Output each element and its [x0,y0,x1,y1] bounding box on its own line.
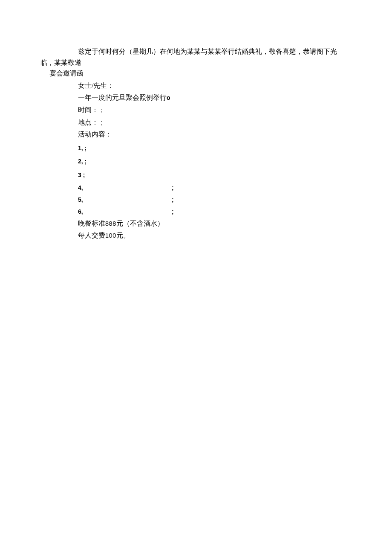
activity-label: 活动内容： [40,129,352,140]
place-line: 地点：； [40,117,352,128]
intro-line: 一年一度的元旦聚会照例举行o [40,92,352,103]
fee-line: 每人交费100元。 [40,230,352,241]
activity-item-5: 5, ; [40,195,352,204]
activity-item-1: 1, ; [40,142,352,154]
wedding-line-1: 兹定于何时何分（星期几）在何地为某某与某某举行结婚典礼，敬备喜筵，恭请阁下光 [40,46,352,57]
item-num-5: 5, [78,195,172,204]
dinner-standard: 晚餐标准888元（不含酒水） [40,218,352,229]
activity-item-2: 2, ; [40,156,352,167]
item-num-2: 2, ; [78,157,86,166]
fee-suffix: 元。 [116,232,130,239]
item-tail-5: ; [172,195,174,204]
activity-item-3: 3 ; [40,169,352,180]
item-tail-6: ; [172,207,174,216]
fee-amount: 100 [105,232,116,239]
dinner-amount: 888 [105,220,116,227]
item-num-6: 6, [78,207,172,216]
dinner-suffix: 元（不含酒水） [116,220,164,227]
invitation-title: 宴会邀请函 [40,68,352,79]
wedding-line-2: 临，某某敬邀 [40,57,352,68]
item-num-1: 1, ; [78,143,86,153]
item-num-3: 3 ; [78,170,85,180]
intro-suffix: o [167,94,170,101]
dinner-prefix: 晚餐标准 [78,220,105,227]
salutation: 女士/先生： [40,80,352,91]
fee-prefix: 每人交费 [78,232,105,239]
activity-item-4: 4, ; [40,183,352,192]
item-num-4: 4, [78,183,172,192]
activity-item-6: 6, ; [40,207,352,216]
time-line: 时间：； [40,105,352,116]
item-tail-4: ; [172,183,174,192]
intro-text: 一年一度的元旦聚会照例举行 [78,94,167,101]
